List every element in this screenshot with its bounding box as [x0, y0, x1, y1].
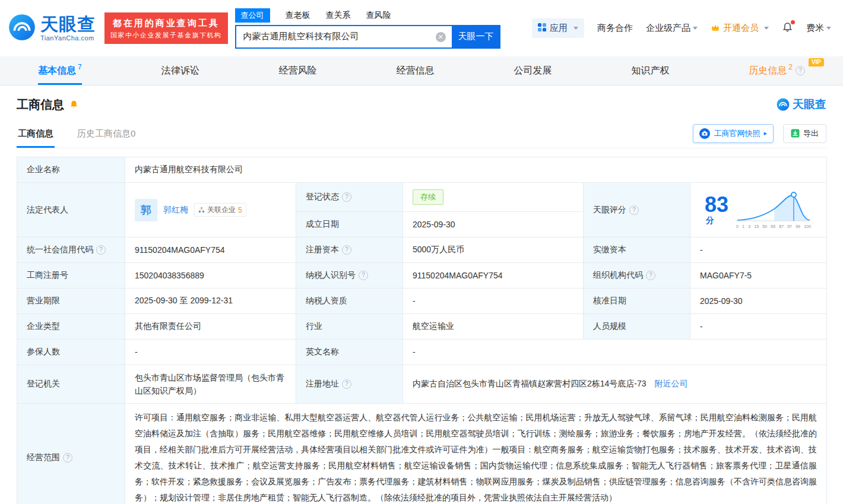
industry-label: 行业 [296, 314, 403, 340]
tab-history-info-label: 历史信息 [749, 65, 787, 77]
related-companies-badge[interactable]: 关联企业 5 [194, 203, 246, 217]
reg-address-cell: 内蒙古自治区包头市青山区青福镇赵家营村四区2栋14号底店-73附近公司 [403, 365, 827, 404]
subscribe-bell-icon[interactable] [69, 100, 79, 110]
reg-status-label: 登记状态 [296, 183, 403, 212]
tab-basic-info-badge: 7 [78, 63, 82, 71]
chevron-down-icon [826, 27, 831, 30]
help-icon[interactable] [629, 205, 639, 215]
tab-basic-info-label: 基本信息 [38, 65, 76, 77]
official-snapshot-button[interactable]: 工商官网快照 ▸ [693, 124, 774, 143]
score-unit: 分 [706, 215, 714, 225]
industry-value: 航空运输业 [403, 314, 584, 340]
help-icon[interactable] [96, 245, 106, 255]
chevron-down-icon [693, 27, 698, 30]
logo-subtitle: TianYanCha.com [40, 35, 96, 42]
nav-enterprise-products[interactable]: 企业级产品 [646, 23, 698, 34]
help-icon[interactable] [646, 271, 655, 280]
established-label: 成立日期 [296, 212, 403, 237]
section-title: 工商信息 [17, 97, 64, 113]
help-icon[interactable] [359, 271, 368, 280]
tab-history-info[interactable]: 历史信息 2 VIP [749, 56, 805, 85]
export-button[interactable]: 导出 [783, 124, 826, 143]
chevron-down-icon [573, 27, 578, 30]
insured-count-label: 参保人数 [17, 340, 125, 365]
business-term-value: 2025-09-30 至 2099-12-31 [125, 289, 296, 314]
tab-intellectual-property-label: 知识产权 [631, 65, 669, 77]
tianyancha-logo[interactable]: 天眼查 TianYanCha.com [8, 14, 99, 43]
search-tab-boss[interactable]: 查老板 [286, 10, 310, 21]
clear-search-icon[interactable]: ✕ [436, 32, 446, 42]
score-chart: 013155065879799100 [735, 191, 812, 229]
crown-icon [711, 23, 720, 33]
help-icon[interactable] [796, 66, 805, 75]
business-info-table: 企业名称 内蒙古通用航空科技有限公司 法定代表人 郭 郭红梅 [17, 157, 827, 504]
table-row: 企业名称 内蒙古通用航空科技有限公司 [17, 157, 827, 183]
tab-basic-info[interactable]: 基本信息 7 [38, 56, 82, 85]
reg-status-value: 存续 [403, 183, 584, 212]
legal-rep-label: 法定代表人 [17, 183, 125, 237]
main-content: 工商信息 天眼查 工商信息 历史工商信息0 [0, 94, 843, 504]
company-name-value: 内蒙古通用航空科技有限公司 [125, 157, 827, 183]
related-companies-count: 5 [238, 206, 242, 214]
tab-operating-info-label: 经营信息 [397, 65, 435, 77]
tab-legal-proceedings[interactable]: 法律诉讼 [161, 56, 199, 85]
open-vip-label: 开通会员 [723, 23, 759, 34]
score-axis: 013155065879799100 [736, 224, 811, 229]
apps-label: 应用 [550, 23, 568, 34]
search-tab-relation[interactable]: 查关系 [326, 10, 351, 21]
search-input[interactable] [235, 25, 452, 49]
score-label: 天眼评分 [584, 183, 690, 237]
score-label-text: 天眼评分 [593, 205, 626, 215]
table-row: 参保人数 - 英文名称 - [17, 340, 827, 365]
tianyancha-logo-icon [8, 14, 36, 43]
search-tab-risk[interactable]: 查风险 [366, 10, 391, 21]
arrow-right-icon: ▸ [763, 129, 767, 137]
insured-count-value: - [125, 340, 296, 365]
subtab-business-info[interactable]: 工商信息 [17, 123, 55, 148]
company-type-label: 企业类型 [17, 314, 125, 340]
org-code-label-text: 组织机构代码 [593, 270, 643, 281]
table-row: 工商注册号 150204038356889 纳税人识别号 91150204MAG… [17, 263, 827, 289]
search-tab-company[interactable]: 查公司 [235, 8, 270, 23]
legal-rep-cell: 郭 郭红梅 关联企业 5 [125, 183, 296, 237]
nav-cooperation[interactable]: 商务合作 [597, 23, 633, 34]
help-icon[interactable] [342, 192, 351, 202]
business-scope-label-text: 经营范围 [27, 452, 60, 463]
apps-grid-icon [538, 23, 546, 33]
approval-date-label: 核准日期 [584, 289, 690, 314]
company-name-label: 企业名称 [17, 157, 125, 183]
help-icon[interactable] [63, 453, 72, 462]
chevron-down-icon [764, 27, 769, 30]
help-icon[interactable] [342, 379, 351, 389]
legal-rep-avatar[interactable]: 郭 [135, 199, 157, 221]
nav-user-menu[interactable]: 费米 [806, 23, 831, 34]
status-badge: 存续 [413, 189, 443, 205]
nav-open-vip[interactable]: 开通会员 [711, 23, 769, 34]
tab-operating-info[interactable]: 经营信息 [397, 56, 435, 85]
table-row: 统一社会信用代码 91150204MAG0AFY754 注册资本 5000万人民… [17, 237, 827, 263]
subtab-history-business-info[interactable]: 历史工商信息0 [76, 123, 137, 148]
search-button[interactable]: 天眼一下 [452, 25, 500, 49]
legal-rep-name-link[interactable]: 郭红梅 [163, 205, 188, 215]
apps-menu[interactable]: 应用 [532, 18, 584, 38]
export-button-label: 导出 [803, 128, 819, 139]
org-code-label: 组织机构代码 [584, 263, 690, 289]
help-icon[interactable] [342, 245, 351, 255]
tab-intellectual-property[interactable]: 知识产权 [631, 56, 669, 85]
notifications-bell[interactable] [782, 22, 793, 35]
notification-dot [791, 20, 795, 24]
promo-line1: 都在用的商业查询工具 [110, 17, 222, 30]
tab-company-development[interactable]: 公司发展 [514, 56, 552, 85]
subtab-row: 工商信息 历史工商信息0 工商官网快照 ▸ 导出 [17, 123, 826, 148]
credit-code-value: 91150204MAG0AFY754 [125, 237, 296, 263]
nearby-companies-link[interactable]: 附近公司 [655, 379, 688, 388]
business-scope-value: 许可项目：通用航空服务；商业非运输、私用大型航空器运营人、航空器代管人运行业务；… [125, 404, 827, 504]
related-companies-label: 关联企业 [207, 205, 236, 215]
org-code-value: MAG0AFY7-5 [690, 263, 827, 289]
reg-status-label-text: 登记状态 [306, 192, 339, 202]
tab-operating-risk[interactable]: 经营风险 [279, 56, 317, 85]
reg-address-label-text: 注册地址 [306, 379, 339, 389]
export-icon [791, 129, 800, 138]
business-scope-label: 经营范围 [17, 404, 125, 504]
company-nav-tabs: 基本信息 7 法律诉讼 经营风险 经营信息 公司发展 知识产权 历史信息 2 V… [0, 56, 843, 85]
